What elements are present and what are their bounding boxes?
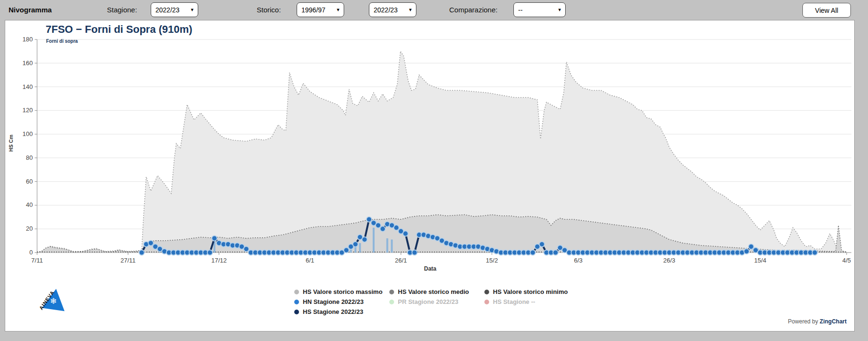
svg-text:6/3: 6/3	[574, 257, 582, 264]
svg-text:160: 160	[22, 59, 33, 67]
svg-text:15/2: 15/2	[486, 257, 498, 264]
storico-select-to[interactable]: 2022/23 ▾	[369, 2, 416, 17]
stagione-select-value: 2022/23	[155, 6, 180, 14]
storico-select-from-value: 1996/97	[301, 6, 326, 14]
legend-label: HS Valore storico minimo	[493, 288, 568, 295]
svg-text:80: 80	[26, 154, 33, 161]
comparazione-select[interactable]: -- ▾	[513, 2, 566, 17]
chevron-down-icon: ▾	[337, 7, 339, 13]
legend-item-4[interactable]: PR Stagione 2022/23	[389, 297, 484, 307]
legend-item-0[interactable]: HS Valore storico massimo	[294, 287, 389, 297]
chevron-down-icon: ▾	[558, 7, 561, 13]
svg-text:60: 60	[26, 178, 33, 185]
svg-text:27/11: 27/11	[121, 257, 136, 264]
app-title: Nivogramma	[9, 0, 52, 20]
zingchart-brand: ZingChart	[820, 318, 847, 325]
svg-text:120: 120	[22, 107, 33, 114]
chart-panel: 0204060801001201401601807/1127/1117/126/…	[5, 20, 855, 331]
chart-subtitle: Forni di sopra	[46, 39, 78, 44]
svg-text:26/1: 26/1	[395, 257, 407, 264]
legend-marker-icon	[294, 290, 299, 294]
storico-label: Storico:	[257, 0, 281, 20]
chevron-down-icon: ▾	[409, 7, 412, 13]
legend-item-3[interactable]: HN Stagione 2022/23	[294, 297, 389, 307]
svg-text:180: 180	[22, 36, 33, 43]
stagione-label: Stagione:	[107, 0, 137, 20]
legend-marker-icon	[389, 300, 394, 304]
chevron-down-icon: ▾	[191, 7, 193, 13]
nivogram-plot[interactable]: 0204060801001201401601807/1127/1117/126/…	[5, 20, 855, 332]
legend: HS Valore storico massimoHS Valore stori…	[294, 287, 608, 317]
svg-text:40: 40	[26, 201, 33, 208]
legend-label: HN Stagione 2022/23	[303, 298, 364, 305]
aineva-logo: ❄ AINEVA	[35, 283, 73, 316]
svg-text:100: 100	[22, 130, 33, 137]
svg-text:20: 20	[26, 225, 33, 232]
powered-by: Powered by ZingChart	[788, 318, 847, 325]
legend-item-1[interactable]: HS Valore storico medio	[389, 287, 484, 297]
svg-text:15/4: 15/4	[754, 257, 766, 264]
legend-marker-icon	[294, 310, 299, 314]
view-all-button[interactable]: View All	[802, 3, 851, 18]
chart-title: 7FSO − Forni di Sopra (910m)	[46, 23, 193, 36]
toolbar: Nivogramma Stagione: 2022/23 ▾ Storico: …	[0, 0, 868, 20]
stagione-select[interactable]: 2022/23 ▾	[151, 2, 198, 17]
svg-text:6/1: 6/1	[306, 257, 314, 264]
svg-text:7/11: 7/11	[31, 257, 43, 264]
x-axis-title: Data	[5, 265, 855, 272]
legend-item-6[interactable]: HS Stagione 2022/23	[294, 307, 389, 317]
y-axis-title: HS Cm	[8, 124, 14, 162]
legend-label: HS Stagione --	[493, 298, 535, 305]
legend-label: HS Stagione 2022/23	[303, 308, 363, 315]
storico-select-from[interactable]: 1996/97 ▾	[297, 2, 344, 17]
svg-text:26/3: 26/3	[663, 257, 675, 264]
legend-marker-icon	[389, 290, 394, 294]
svg-text:4/5: 4/5	[842, 257, 851, 264]
powered-by-text: Powered by	[788, 318, 818, 325]
legend-label: PR Stagione 2022/23	[398, 298, 458, 305]
legend-label: HS Valore storico medio	[398, 288, 469, 295]
comparazione-select-value: --	[518, 6, 522, 14]
legend-item-5[interactable]: HS Stagione --	[484, 297, 608, 307]
svg-text:0: 0	[29, 249, 33, 256]
storico-select-to-value: 2022/23	[374, 6, 398, 14]
legend-item-2[interactable]: HS Valore storico minimo	[484, 287, 608, 297]
comparazione-label: Comparazione:	[449, 0, 498, 20]
legend-label: HS Valore storico massimo	[303, 288, 383, 295]
legend-marker-icon	[484, 300, 489, 304]
legend-marker-icon	[294, 300, 299, 304]
legend-marker-icon	[484, 290, 489, 294]
svg-text:140: 140	[22, 83, 33, 90]
svg-text:17/12: 17/12	[211, 257, 227, 264]
